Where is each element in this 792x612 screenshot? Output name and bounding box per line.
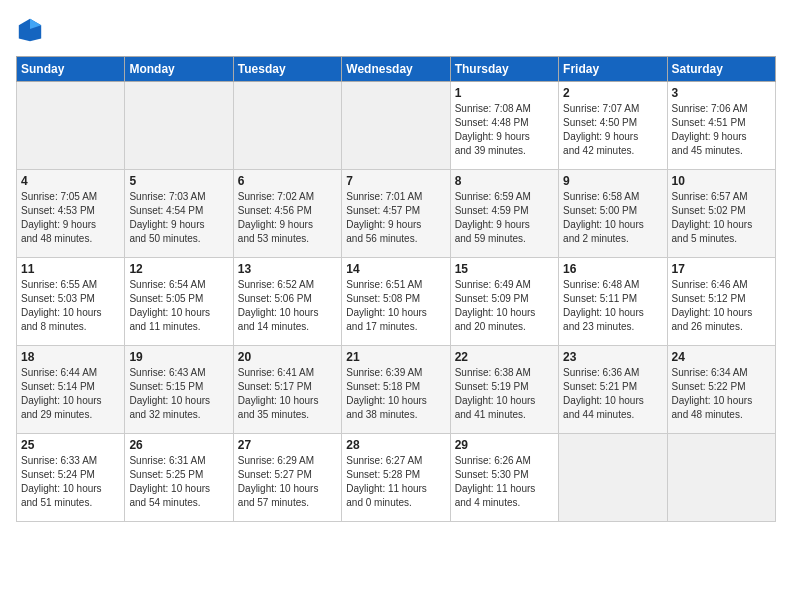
day-info: Sunrise: 6:49 AM Sunset: 5:09 PM Dayligh… (455, 278, 554, 334)
day-number: 9 (563, 174, 662, 188)
day-info: Sunrise: 7:08 AM Sunset: 4:48 PM Dayligh… (455, 102, 554, 158)
day-cell (233, 82, 341, 170)
day-number: 1 (455, 86, 554, 100)
header-wednesday: Wednesday (342, 57, 450, 82)
day-number: 26 (129, 438, 228, 452)
logo-icon (16, 16, 44, 44)
day-info: Sunrise: 6:48 AM Sunset: 5:11 PM Dayligh… (563, 278, 662, 334)
day-number: 20 (238, 350, 337, 364)
logo (16, 16, 48, 44)
header-row: SundayMondayTuesdayWednesdayThursdayFrid… (17, 57, 776, 82)
day-info: Sunrise: 6:34 AM Sunset: 5:22 PM Dayligh… (672, 366, 771, 422)
day-number: 8 (455, 174, 554, 188)
day-cell: 8Sunrise: 6:59 AM Sunset: 4:59 PM Daylig… (450, 170, 558, 258)
day-number: 24 (672, 350, 771, 364)
calendar-table: SundayMondayTuesdayWednesdayThursdayFrid… (16, 56, 776, 522)
day-number: 17 (672, 262, 771, 276)
day-number: 19 (129, 350, 228, 364)
day-number: 23 (563, 350, 662, 364)
day-info: Sunrise: 6:38 AM Sunset: 5:19 PM Dayligh… (455, 366, 554, 422)
day-info: Sunrise: 6:58 AM Sunset: 5:00 PM Dayligh… (563, 190, 662, 246)
header-friday: Friday (559, 57, 667, 82)
day-number: 10 (672, 174, 771, 188)
day-cell: 23Sunrise: 6:36 AM Sunset: 5:21 PM Dayli… (559, 346, 667, 434)
week-row-4: 25Sunrise: 6:33 AM Sunset: 5:24 PM Dayli… (17, 434, 776, 522)
calendar-body: 1Sunrise: 7:08 AM Sunset: 4:48 PM Daylig… (17, 82, 776, 522)
day-number: 29 (455, 438, 554, 452)
header-sunday: Sunday (17, 57, 125, 82)
day-info: Sunrise: 6:29 AM Sunset: 5:27 PM Dayligh… (238, 454, 337, 510)
day-info: Sunrise: 6:36 AM Sunset: 5:21 PM Dayligh… (563, 366, 662, 422)
day-cell: 15Sunrise: 6:49 AM Sunset: 5:09 PM Dayli… (450, 258, 558, 346)
day-cell: 17Sunrise: 6:46 AM Sunset: 5:12 PM Dayli… (667, 258, 775, 346)
day-cell: 16Sunrise: 6:48 AM Sunset: 5:11 PM Dayli… (559, 258, 667, 346)
day-cell (125, 82, 233, 170)
page-header (16, 16, 776, 44)
day-info: Sunrise: 6:27 AM Sunset: 5:28 PM Dayligh… (346, 454, 445, 510)
day-cell (559, 434, 667, 522)
day-cell: 10Sunrise: 6:57 AM Sunset: 5:02 PM Dayli… (667, 170, 775, 258)
day-number: 5 (129, 174, 228, 188)
day-info: Sunrise: 6:46 AM Sunset: 5:12 PM Dayligh… (672, 278, 771, 334)
day-cell: 20Sunrise: 6:41 AM Sunset: 5:17 PM Dayli… (233, 346, 341, 434)
day-cell: 14Sunrise: 6:51 AM Sunset: 5:08 PM Dayli… (342, 258, 450, 346)
day-info: Sunrise: 7:07 AM Sunset: 4:50 PM Dayligh… (563, 102, 662, 158)
day-info: Sunrise: 6:43 AM Sunset: 5:15 PM Dayligh… (129, 366, 228, 422)
day-info: Sunrise: 7:02 AM Sunset: 4:56 PM Dayligh… (238, 190, 337, 246)
day-info: Sunrise: 6:55 AM Sunset: 5:03 PM Dayligh… (21, 278, 120, 334)
day-number: 4 (21, 174, 120, 188)
day-number: 12 (129, 262, 228, 276)
day-cell (342, 82, 450, 170)
day-cell: 4Sunrise: 7:05 AM Sunset: 4:53 PM Daylig… (17, 170, 125, 258)
week-row-2: 11Sunrise: 6:55 AM Sunset: 5:03 PM Dayli… (17, 258, 776, 346)
day-cell: 28Sunrise: 6:27 AM Sunset: 5:28 PM Dayli… (342, 434, 450, 522)
day-info: Sunrise: 6:52 AM Sunset: 5:06 PM Dayligh… (238, 278, 337, 334)
day-number: 18 (21, 350, 120, 364)
calendar-header: SundayMondayTuesdayWednesdayThursdayFrid… (17, 57, 776, 82)
header-monday: Monday (125, 57, 233, 82)
day-number: 3 (672, 86, 771, 100)
day-info: Sunrise: 6:39 AM Sunset: 5:18 PM Dayligh… (346, 366, 445, 422)
day-info: Sunrise: 6:51 AM Sunset: 5:08 PM Dayligh… (346, 278, 445, 334)
day-cell: 21Sunrise: 6:39 AM Sunset: 5:18 PM Dayli… (342, 346, 450, 434)
day-info: Sunrise: 6:54 AM Sunset: 5:05 PM Dayligh… (129, 278, 228, 334)
day-info: Sunrise: 6:59 AM Sunset: 4:59 PM Dayligh… (455, 190, 554, 246)
day-cell: 22Sunrise: 6:38 AM Sunset: 5:19 PM Dayli… (450, 346, 558, 434)
day-cell (17, 82, 125, 170)
day-cell (667, 434, 775, 522)
day-number: 7 (346, 174, 445, 188)
day-cell: 18Sunrise: 6:44 AM Sunset: 5:14 PM Dayli… (17, 346, 125, 434)
day-number: 28 (346, 438, 445, 452)
day-cell: 1Sunrise: 7:08 AM Sunset: 4:48 PM Daylig… (450, 82, 558, 170)
day-cell: 7Sunrise: 7:01 AM Sunset: 4:57 PM Daylig… (342, 170, 450, 258)
day-cell: 26Sunrise: 6:31 AM Sunset: 5:25 PM Dayli… (125, 434, 233, 522)
day-number: 6 (238, 174, 337, 188)
day-cell: 24Sunrise: 6:34 AM Sunset: 5:22 PM Dayli… (667, 346, 775, 434)
day-number: 11 (21, 262, 120, 276)
day-number: 13 (238, 262, 337, 276)
day-cell: 12Sunrise: 6:54 AM Sunset: 5:05 PM Dayli… (125, 258, 233, 346)
day-cell: 13Sunrise: 6:52 AM Sunset: 5:06 PM Dayli… (233, 258, 341, 346)
day-cell: 9Sunrise: 6:58 AM Sunset: 5:00 PM Daylig… (559, 170, 667, 258)
day-info: Sunrise: 6:26 AM Sunset: 5:30 PM Dayligh… (455, 454, 554, 510)
day-cell: 3Sunrise: 7:06 AM Sunset: 4:51 PM Daylig… (667, 82, 775, 170)
day-cell: 2Sunrise: 7:07 AM Sunset: 4:50 PM Daylig… (559, 82, 667, 170)
day-info: Sunrise: 7:06 AM Sunset: 4:51 PM Dayligh… (672, 102, 771, 158)
day-cell: 27Sunrise: 6:29 AM Sunset: 5:27 PM Dayli… (233, 434, 341, 522)
week-row-1: 4Sunrise: 7:05 AM Sunset: 4:53 PM Daylig… (17, 170, 776, 258)
day-cell: 19Sunrise: 6:43 AM Sunset: 5:15 PM Dayli… (125, 346, 233, 434)
day-number: 16 (563, 262, 662, 276)
week-row-0: 1Sunrise: 7:08 AM Sunset: 4:48 PM Daylig… (17, 82, 776, 170)
day-info: Sunrise: 6:44 AM Sunset: 5:14 PM Dayligh… (21, 366, 120, 422)
day-number: 21 (346, 350, 445, 364)
day-info: Sunrise: 6:57 AM Sunset: 5:02 PM Dayligh… (672, 190, 771, 246)
header-saturday: Saturday (667, 57, 775, 82)
header-tuesday: Tuesday (233, 57, 341, 82)
day-info: Sunrise: 6:33 AM Sunset: 5:24 PM Dayligh… (21, 454, 120, 510)
day-cell: 25Sunrise: 6:33 AM Sunset: 5:24 PM Dayli… (17, 434, 125, 522)
day-number: 25 (21, 438, 120, 452)
week-row-3: 18Sunrise: 6:44 AM Sunset: 5:14 PM Dayli… (17, 346, 776, 434)
day-number: 27 (238, 438, 337, 452)
day-info: Sunrise: 7:05 AM Sunset: 4:53 PM Dayligh… (21, 190, 120, 246)
day-info: Sunrise: 6:41 AM Sunset: 5:17 PM Dayligh… (238, 366, 337, 422)
